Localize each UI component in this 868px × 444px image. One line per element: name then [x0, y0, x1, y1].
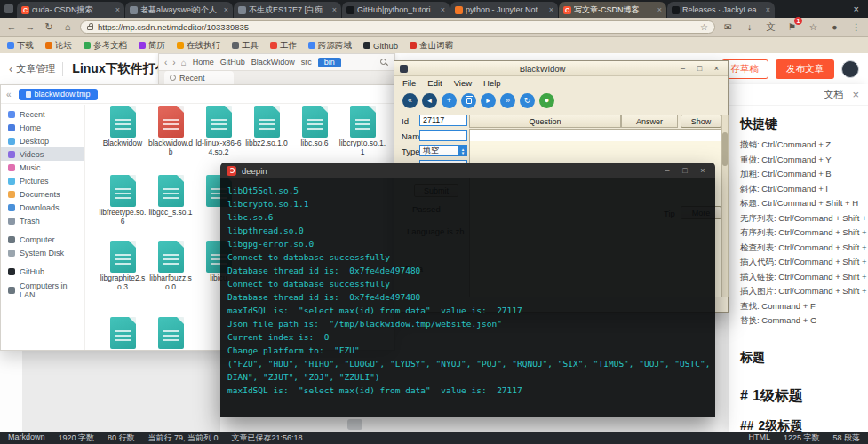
notifications-icon[interactable]: ⚑1 [785, 21, 799, 34]
bookmark-item[interactable]: 论坛 [45, 40, 72, 52]
type-select[interactable]: 填空 ▴▾ [419, 145, 467, 156]
sidebar-item-recent[interactable]: Recent [1, 107, 84, 121]
bookmark-item[interactable]: 工作 [270, 40, 297, 52]
collapse-sidebar-icon[interactable]: « [6, 90, 12, 99]
download-icon[interactable]: ↓ [743, 21, 756, 34]
file-item[interactable] [99, 317, 147, 349]
profile-icon[interactable]: ● [828, 21, 841, 34]
browser-tab[interactable]: python - Jupyter Not…× [450, 2, 558, 18]
terminal-minimize-icon[interactable]: – [661, 166, 673, 175]
menu-icon[interactable]: ⋮ [849, 21, 863, 34]
delete-button[interactable] [461, 93, 476, 108]
tab-close-icon[interactable]: × [441, 5, 445, 14]
refresh-icon[interactable]: ↻ [43, 21, 55, 33]
home-icon[interactable]: ⌂ [61, 21, 74, 33]
bookmark-item[interactable]: 工具 [232, 40, 259, 52]
sidebar-item-computer[interactable]: Computer [1, 233, 84, 246]
sidebar-item-disk[interactable]: System Disk [1, 246, 84, 259]
breadcrumb-item[interactable]: GitHub [220, 58, 245, 67]
blackwidow-minimize-icon[interactable]: – [677, 64, 689, 73]
bookmark-item[interactable]: Github [363, 41, 398, 51]
file-item[interactable]: blackwidow.db [147, 106, 195, 156]
file-item[interactable]: libharfbuzz.so.0 [147, 241, 195, 291]
back-chevron-icon[interactable]: ‹ [9, 62, 12, 75]
sidebar-item-home[interactable]: Home [1, 121, 84, 134]
file-item[interactable]: libgraphite2.so.3 [99, 241, 147, 291]
fm-back-icon[interactable]: ‹ [164, 58, 167, 67]
article-title-input[interactable]: Linux下软件打包 [72, 61, 167, 77]
file-item[interactable]: Blackwidow [99, 106, 147, 148]
sidebar-item-documents[interactable]: Documents [1, 187, 84, 201]
menu-edit[interactable]: Edit [427, 78, 442, 88]
help-close-icon[interactable]: × [852, 88, 859, 101]
forward-icon[interactable]: → [24, 21, 36, 33]
sidebar-item-github[interactable]: GitHub [1, 265, 84, 278]
browser-tab[interactable]: 老基alwayswei的个人…× [125, 2, 233, 18]
previous-button[interactable]: ◂ [422, 93, 437, 108]
tab-close-icon[interactable]: × [549, 5, 553, 14]
blackwidow-titlebar[interactable]: BlackWidow – □ × [394, 61, 728, 76]
tab-close-icon[interactable]: × [766, 5, 770, 14]
sidebar-item-downloads[interactable]: Downloads [1, 201, 84, 214]
file-item[interactable]: ld-linux-x86-64.so.2 [195, 106, 243, 156]
bookmark-item[interactable]: 简历 [139, 40, 165, 52]
next-button[interactable]: ▸ [481, 93, 496, 108]
bookmarks-icon[interactable]: ☆ [807, 21, 820, 34]
browser-tab[interactable]: Ccuda- CSDN搜索× [17, 2, 124, 18]
scrollbar-thumb[interactable] [722, 132, 728, 166]
browser-tab[interactable]: 不生成ES17E7 [白痴…× [234, 2, 341, 18]
sidebar-item-network[interactable]: Computers in LAN [1, 283, 84, 297]
bookmark-item[interactable]: 参考文档 [84, 40, 127, 52]
file-item[interactable]: libcrypto.so.1.1 [338, 106, 386, 156]
file-item[interactable] [147, 317, 195, 349]
menu-file[interactable]: File [402, 78, 416, 88]
bookmark-star-icon[interactable]: ☆ [700, 22, 708, 32]
sidebar-item-desktop[interactable]: Desktop [1, 134, 84, 147]
id-input[interactable]: 27117 [419, 115, 467, 126]
publish-button[interactable]: 发布文章 [776, 59, 834, 79]
terminal-titlebar[interactable]: deepin – □ × [220, 163, 715, 178]
bookmark-item[interactable]: 下载 [7, 40, 34, 52]
sidebar-item-music[interactable]: Music [1, 161, 84, 174]
bookmark-item[interactable]: 跨源跨域 [308, 40, 352, 52]
last-button[interactable]: » [500, 93, 515, 108]
editor-text-area[interactable] [22, 351, 220, 432]
refresh-button[interactable]: ↻ [520, 93, 535, 108]
file-item[interactable]: libbz2.so.1.0 [243, 106, 291, 148]
location-chip[interactable]: blackwidow.tmp [19, 89, 98, 100]
fm-tab-recent[interactable]: Recent [164, 71, 234, 84]
mail-icon[interactable]: ✉ [721, 21, 735, 34]
show-button[interactable]: Show [681, 115, 721, 128]
translate-icon[interactable]: 文 [764, 21, 777, 34]
tab-close-icon[interactable]: × [657, 5, 662, 14]
user-avatar[interactable] [841, 60, 859, 78]
browser-tab[interactable]: GitHub|python_tutori…× [342, 2, 450, 18]
browser-tab[interactable]: C写文章-CSDN博客× [559, 2, 666, 18]
browser-window-close-icon[interactable]: × [854, 4, 868, 18]
bookmark-item[interactable]: 在线执行 [177, 40, 220, 52]
menu-help[interactable]: Help [483, 78, 501, 88]
question-column-header[interactable]: Question [469, 115, 621, 128]
search-icon[interactable] [380, 59, 387, 66]
breadcrumb-item[interactable]: src [301, 58, 312, 67]
terminal-maximize-icon[interactable]: □ [679, 166, 691, 175]
browser-tab[interactable]: Releases · JackyLea…× [667, 2, 775, 18]
file-item[interactable]: libfreetype.so.6 [99, 175, 147, 226]
tab-close-icon[interactable]: × [224, 5, 228, 14]
sidebar-item-pictures[interactable]: Pictures [1, 174, 84, 187]
first-button[interactable]: « [402, 93, 418, 108]
address-bar[interactable]: https://mp.csdn.net/mdeditor/103339835 ☆ [80, 20, 715, 34]
bookmark-item[interactable]: 金山词霸 [410, 40, 453, 52]
table-selected-row[interactable] [470, 130, 721, 141]
file-item[interactable]: libc.so.6 [291, 106, 338, 148]
breadcrumb-item-active[interactable]: bin [318, 58, 341, 67]
sync-button[interactable]: ● [539, 93, 554, 108]
blackwidow-close-icon[interactable]: × [711, 64, 722, 73]
back-icon[interactable]: ← [5, 21, 18, 33]
name-input[interactable] [419, 130, 467, 141]
tab-close-icon[interactable]: × [115, 5, 120, 14]
file-item[interactable]: libgcc_s.so.1 [147, 175, 195, 218]
terminal-close-icon[interactable]: × [697, 166, 709, 175]
breadcrumb-item[interactable]: Home [193, 58, 214, 67]
add-button[interactable]: + [442, 93, 457, 108]
